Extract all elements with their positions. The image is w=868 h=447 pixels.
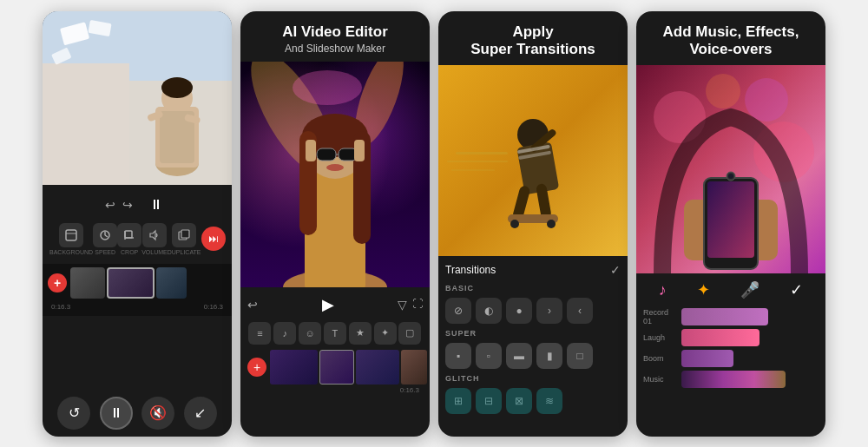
clip-3[interactable] — [156, 267, 187, 299]
timeline-row: + — [48, 267, 227, 299]
basic-transitions: ⊘ ◐ ● › ‹ — [445, 298, 621, 324]
p2-time: 0:16.3 — [247, 385, 423, 396]
p2-clip-1[interactable] — [270, 350, 318, 385]
glitch-t-1[interactable]: ⊞ — [445, 388, 471, 414]
music-controls: ♪ ✦ 🎤 ✓ Record 01 Laugh Boom — [636, 273, 825, 436]
volume-icon — [142, 223, 167, 247]
tool-bar: BACKGROUND SPEED CROP — [49, 223, 225, 255]
super-t-5[interactable]: □ — [567, 343, 593, 369]
p2-music-tool[interactable]: ♪ — [273, 322, 296, 345]
speed-icon — [93, 223, 117, 247]
glitch-t-2[interactable]: ⊟ — [476, 388, 502, 414]
duplicate-tool[interactable]: DUPLICATE — [168, 223, 201, 255]
super-t-1[interactable]: ▪ — [445, 343, 471, 369]
svg-rect-52 — [456, 152, 508, 154]
speed-label: SPEED — [95, 249, 115, 255]
music-note-icon[interactable]: ♪ — [659, 281, 667, 299]
screenshot-panel-2: AI Video Editor And Slideshow Maker — [240, 11, 430, 437]
transition-right[interactable]: › — [536, 298, 562, 324]
bottom-actions: ↺ ⏸ 🔇 ↙ — [43, 390, 232, 437]
mute-button[interactable]: 🔇 — [141, 397, 174, 430]
svg-rect-37 — [306, 140, 316, 161]
p2-effects-tool[interactable]: ✦ — [374, 322, 397, 345]
track-list: Record 01 Laugh Boom Music — [643, 308, 819, 388]
super-t-2[interactable]: ▫ — [476, 343, 502, 369]
add-clip-button[interactable]: + — [48, 273, 67, 293]
super-t-3[interactable]: ▬ — [506, 343, 532, 369]
svg-rect-24 — [181, 230, 189, 238]
p2-clip-4[interactable] — [401, 350, 427, 385]
svg-point-58 — [706, 74, 740, 108]
volume-tool[interactable]: VOLUME — [141, 223, 168, 255]
transition-half[interactable]: ◐ — [476, 298, 502, 324]
effects-sparkle-icon[interactable]: ✦ — [697, 280, 710, 299]
track-boom-bar — [681, 350, 733, 367]
transition-none[interactable]: ⊘ — [445, 298, 471, 324]
duplicate-icon — [172, 223, 196, 247]
background-tool[interactable]: BACKGROUND — [49, 223, 93, 255]
p2-add-clip[interactable]: + — [247, 358, 266, 377]
p2-right-controls: ▽ ⛶ — [398, 298, 423, 312]
screenshot-panel-1: ↩ ↪ ⏸ BACKGROUND SPEED — [43, 11, 232, 437]
time-display: 0:16.3 0:16.3 — [48, 301, 227, 312]
p2-star-tool[interactable]: ★ — [349, 322, 372, 345]
volume-label: VOLUME — [141, 249, 168, 255]
p2-fullscreen-icon[interactable]: ⛶ — [412, 298, 423, 312]
clip-2-selected[interactable] — [107, 267, 155, 299]
track-music-bar — [681, 371, 786, 388]
p2-format-tool[interactable]: ▢ — [398, 322, 421, 345]
play-pause-button[interactable]: ⏸ — [100, 397, 133, 430]
track-music-label: Music — [643, 375, 676, 384]
p2-emoji-tool[interactable]: ☺ — [299, 322, 321, 345]
background-label: BACKGROUND — [49, 249, 93, 255]
undo-icon[interactable]: ↩ — [105, 198, 115, 212]
track-row-music: Music — [643, 371, 819, 388]
voiceover-mic-icon[interactable]: 🎤 — [740, 280, 760, 299]
p2-brush-tool[interactable]: ≡ — [248, 322, 271, 345]
track-laugh-bar — [681, 329, 760, 346]
p2-undo[interactable]: ↩ — [247, 298, 258, 312]
speed-tool[interactable]: SPEED — [93, 223, 117, 255]
track-row-laugh: Laugh — [643, 329, 819, 346]
svg-point-57 — [745, 78, 788, 122]
svg-point-39 — [326, 164, 344, 171]
transitions-panel: Transitions ✓ BASIC ⊘ ◐ ● › ‹ SUPER ▪ ▫ … — [438, 256, 628, 436]
panel-2-header: AI Video Editor And Slideshow Maker — [240, 11, 430, 62]
transitions-header: Transitions ✓ — [445, 263, 621, 277]
svg-rect-53 — [447, 161, 508, 162]
track-record-bar — [681, 308, 768, 325]
panel-4-header: Add Music, Effects, Voice-overs — [636, 11, 825, 66]
total-time: 0:16.3 — [204, 303, 223, 311]
svg-rect-14 — [66, 230, 76, 240]
current-time: 0:16.3 — [51, 303, 70, 311]
transitions-check-icon[interactable]: ✓ — [610, 263, 621, 277]
redo-icon[interactable]: ↪ — [122, 198, 133, 212]
music-icons-row: ♪ ✦ 🎤 ✓ — [643, 280, 819, 299]
transition-circle[interactable]: ● — [506, 298, 532, 324]
glitch-t-3[interactable]: ⊠ — [506, 388, 532, 414]
girl-background — [240, 62, 430, 287]
p2-clip-3[interactable] — [356, 350, 399, 385]
p2-playback: ↩ ▶ ▽ ⛶ — [247, 293, 423, 317]
confirm-check-icon[interactable]: ✓ — [790, 280, 803, 299]
crop-tool[interactable]: CROP — [117, 223, 141, 255]
svg-rect-19 — [125, 231, 132, 238]
collapse-button[interactable]: ↙ — [184, 397, 217, 430]
pause-button[interactable]: ⏸ — [143, 192, 169, 218]
panel-2-controls: ↩ ▶ ▽ ⛶ ≡ ♪ ☺ T ★ ✦ ▢ + — [240, 287, 430, 401]
clip-1[interactable] — [70, 267, 105, 299]
p2-filter-icon[interactable]: ▽ — [398, 298, 407, 312]
svg-point-48 — [510, 220, 519, 228]
playback-controls: ↩ ↪ ⏸ — [49, 192, 225, 218]
p2-text-tool[interactable]: T — [324, 322, 346, 345]
transition-left[interactable]: ‹ — [567, 298, 593, 324]
super-t-4[interactable]: ▮ — [536, 343, 562, 369]
p2-clip-2[interactable] — [319, 350, 354, 385]
reset-button[interactable]: ↺ — [57, 397, 90, 430]
panel-1-controls: ↩ ↪ ⏸ BACKGROUND SPEED — [43, 185, 232, 264]
svg-point-10 — [161, 77, 193, 98]
skip-button[interactable]: ⏭ — [201, 227, 226, 251]
svg-rect-34 — [317, 148, 336, 161]
glitch-t-4[interactable]: ≋ — [536, 388, 562, 414]
p2-play-button[interactable]: ▶ — [316, 293, 340, 317]
